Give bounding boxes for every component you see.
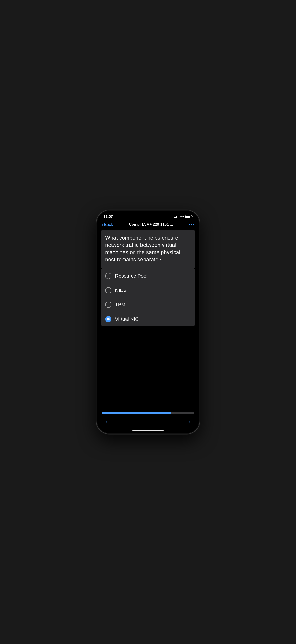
question-card: What component helps ensure network traf…: [101, 230, 195, 269]
dynamic-island: [134, 214, 162, 222]
radio-b: [105, 287, 112, 294]
nav-title: CompTIA A+ 220-1101 ...: [113, 222, 189, 227]
phone-frame: 11:07: [96, 210, 200, 434]
signal-icon: [174, 215, 178, 218]
back-label: Back: [104, 222, 113, 227]
wifi-icon: [180, 215, 184, 218]
home-bar: [132, 430, 164, 431]
option-d[interactable]: Virtual NIC: [101, 312, 195, 326]
option-d-label: Virtual NIC: [115, 316, 139, 322]
nav-bar: ‹ Back CompTIA A+ 220-1101 ... ···: [97, 221, 199, 230]
content-area: What component helps ensure network traf…: [97, 230, 199, 430]
radio-c: [105, 302, 112, 308]
radio-d-fill: [107, 318, 110, 320]
prev-button[interactable]: ‹: [103, 417, 110, 426]
radio-d: [105, 316, 112, 322]
phone-inner: 11:07: [97, 211, 199, 433]
back-button[interactable]: ‹ Back: [102, 222, 113, 227]
radio-a: [105, 273, 112, 279]
next-button[interactable]: ›: [186, 417, 193, 426]
battery-icon: [185, 215, 193, 218]
screen: 11:07: [97, 211, 199, 433]
option-a-label: Resource Pool: [115, 273, 147, 279]
status-time: 11:07: [103, 214, 113, 219]
more-button[interactable]: ···: [189, 222, 194, 228]
progress-bar-fill: [102, 412, 171, 414]
status-icons: [174, 215, 193, 218]
option-a[interactable]: Resource Pool: [101, 269, 195, 283]
back-chevron-icon: ‹: [102, 222, 103, 227]
progress-container: [97, 412, 199, 414]
progress-bar-bg: [102, 412, 194, 414]
home-indicator: [97, 430, 199, 433]
nav-arrows: ‹ ›: [97, 416, 199, 430]
option-c[interactable]: TPM: [101, 298, 195, 312]
option-b[interactable]: NIDS: [101, 283, 195, 298]
question-text: What component helps ensure network traf…: [105, 234, 191, 264]
options-list: Resource Pool NIDS TPM: [101, 269, 195, 326]
option-c-label: TPM: [115, 302, 125, 308]
content-spacer: [97, 326, 199, 412]
option-b-label: NIDS: [115, 288, 127, 293]
